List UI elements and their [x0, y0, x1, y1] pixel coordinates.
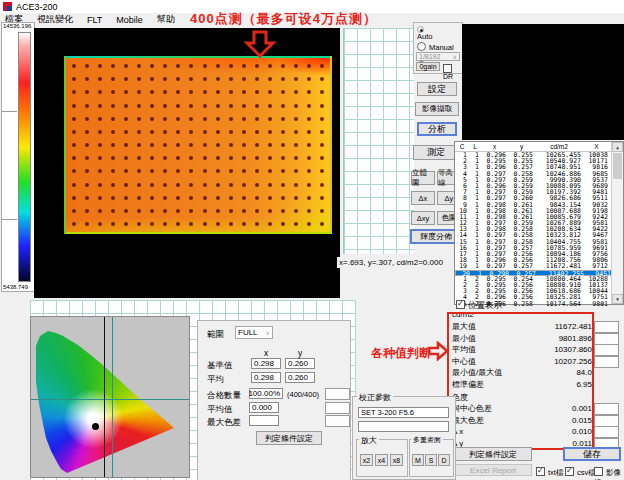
table-cell: 19: [455, 263, 469, 269]
table-body[interactable]: 110.2960.25510265.45510038210.2950.25510…: [455, 152, 623, 307]
cie-measured-point: [92, 423, 99, 430]
avg-diff-field[interactable]: 0.000: [249, 402, 279, 413]
measurement-point-dot: [203, 130, 207, 134]
csv-file-checkbox[interactable]: csv檔: [565, 466, 596, 478]
measurement-point-dot: [137, 196, 141, 200]
measurement-point-dot: [124, 169, 128, 173]
measurement-point-dot: [163, 104, 167, 108]
average-y-field[interactable]: 0.260: [285, 372, 315, 383]
txt-file-checkbox[interactable]: txt檔: [536, 466, 563, 478]
stat-row: 標準偏差6.95: [452, 379, 592, 391]
measurement-point-dot: [294, 77, 298, 81]
multiscreen-d-button[interactable]: D: [438, 454, 450, 466]
stat-row: 中心值10207.256: [452, 356, 592, 368]
measurement-point-dot: [137, 130, 141, 134]
image-checkbox-icon: [594, 467, 603, 476]
analyze-button[interactable]: 分析: [417, 122, 457, 136]
measurement-point-dot: [137, 117, 141, 121]
avg-diff-label: 平均值: [207, 404, 233, 416]
shutter-select[interactable]: 1/8192∨: [416, 52, 460, 61]
measurement-point-dot: [189, 143, 193, 147]
menu-item-3[interactable]: Mobile: [116, 15, 143, 25]
average-x-field[interactable]: 0.298: [251, 372, 281, 383]
measurement-point-dot: [216, 183, 220, 187]
reference-x-field[interactable]: 0.298: [251, 358, 281, 369]
radio-manual[interactable]: Manual: [417, 41, 462, 52]
measurement-point-dot: [137, 156, 141, 160]
excel-report-button: Excel Report: [454, 464, 532, 476]
measure-button[interactable]: 測定: [413, 145, 459, 160]
image-capture-button[interactable]: 影像擷取: [415, 102, 459, 116]
heatmap-top-edge: [64, 56, 332, 58]
measurement-point-dot: [229, 183, 233, 187]
calibration-value2-field[interactable]: [358, 421, 449, 432]
multiscreen-s-button[interactable]: S: [425, 454, 437, 466]
measurement-point-dot: [98, 156, 102, 160]
measurement-point-dot: [137, 169, 141, 173]
scroll-down-icon[interactable]: ▼: [612, 294, 623, 304]
measurement-point-dot: [137, 209, 141, 213]
zoom-x4-button[interactable]: x4: [375, 454, 388, 466]
table-header-cell: L: [469, 142, 481, 151]
measurement-point-dot: [111, 117, 115, 121]
scroll-up-icon[interactable]: ▲: [612, 142, 623, 152]
zoom-x8-button[interactable]: x8: [390, 454, 403, 466]
measurement-point-dot: [85, 169, 89, 173]
stats-panel: cd/m2 最大值11672.481最小值9801.896平均值10307.86…: [452, 310, 592, 449]
range-judge-setting-button[interactable]: 判定條件設定: [256, 431, 322, 445]
delta-xy-button[interactable]: Δxy: [411, 211, 435, 225]
measurement-table[interactable]: CLxycd/m2X 110.2960.25510265.45510038210…: [454, 141, 624, 305]
measurement-point-dot: [72, 77, 76, 81]
scale-tick: [2, 111, 17, 112]
save-button[interactable]: 儲存: [563, 447, 621, 461]
pass-count-label: 合格數量: [207, 390, 241, 402]
radio-auto[interactable]: Auto: [417, 25, 462, 41]
measurement-point-dot: [124, 156, 128, 160]
menu-item-2[interactable]: FLT: [87, 15, 102, 25]
measurement-point-dot: [294, 169, 298, 173]
scroll-thumb[interactable]: [613, 153, 622, 179]
measurement-point-dot: [203, 64, 207, 68]
menu-item-1[interactable]: 視訊變化: [37, 13, 73, 26]
multiscreen-m-button[interactable]: M: [412, 454, 424, 466]
calibration-value-field[interactable]: SET 3-200 F5.6: [358, 407, 449, 418]
measurement-point-dot: [320, 209, 324, 213]
measurement-view[interactable]: [34, 28, 340, 298]
measurement-point-dot: [189, 156, 193, 160]
zoom-x2-button[interactable]: x2: [360, 454, 373, 466]
reference-y-field[interactable]: 0.260: [285, 358, 315, 369]
table-scrollbar[interactable]: ▲ ▼: [611, 142, 623, 304]
range-select[interactable]: FULL∨: [235, 326, 273, 339]
stat-value: 84.0: [576, 368, 592, 377]
table-row[interactable]: 1910.2970.25711672.4819712: [455, 263, 623, 269]
gain-button[interactable]: 0gain: [416, 62, 440, 71]
measurement-point-dot: [150, 130, 154, 134]
measurement-point-dot: [124, 104, 128, 108]
stat-label: 標準偏差: [452, 379, 484, 390]
measurement-point-dot: [163, 169, 167, 173]
measurement-point-dot: [72, 156, 76, 160]
stereo-button[interactable]: 立體圖: [411, 171, 435, 185]
stat-value: 0.015: [572, 416, 592, 425]
zoom-group: 放大 x2 x4 x8: [356, 439, 408, 477]
heatmap-bottom-edge: [64, 232, 332, 234]
max-diff-field[interactable]: [249, 415, 279, 426]
image-file-checkbox[interactable]: 影像檔: [594, 466, 624, 480]
menu-item-4[interactable]: 幫助: [157, 13, 175, 26]
delta-x-button[interactable]: Δx: [411, 191, 435, 205]
judge-setting-button[interactable]: 判定條件設定: [454, 447, 532, 461]
reference-label: 基準值: [207, 360, 233, 372]
stats-section-luminance: cd/m2: [452, 310, 592, 321]
measurement-point-dot: [203, 117, 207, 121]
max-diff-label: 最大色差: [207, 417, 241, 429]
pass-percent-field[interactable]: 100.00%: [249, 388, 283, 399]
measurement-point-dot: [255, 77, 259, 81]
dr-checkbox[interactable]: DR: [443, 63, 462, 80]
luminance-heatmap[interactable]: [64, 56, 332, 234]
settings-button[interactable]: 設定: [417, 82, 457, 96]
measurement-point-dot: [203, 209, 207, 213]
cie-chromaticity-diagram[interactable]: [30, 316, 190, 478]
measurement-point-dot: [72, 209, 76, 213]
measurement-point-dot: [242, 77, 246, 81]
measurement-point-dot: [203, 169, 207, 173]
